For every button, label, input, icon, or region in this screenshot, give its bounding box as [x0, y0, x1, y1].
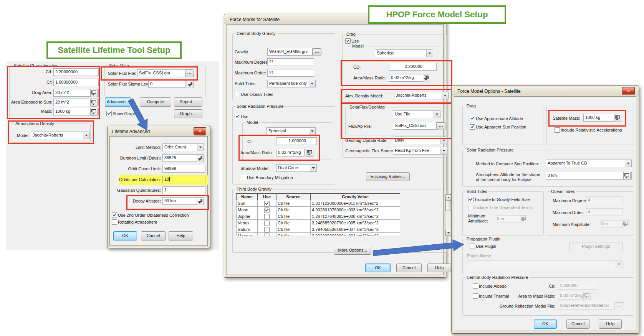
- scroll-thumb[interactable]: [445, 200, 451, 211]
- units-ruler-icon[interactable]: [90, 89, 98, 97]
- units-ruler-icon[interactable]: [187, 80, 194, 88]
- oblateness-checkbox[interactable]: [112, 212, 117, 218]
- ok-button[interactable]: OK: [534, 320, 557, 329]
- use-ocean-tides-checkbox[interactable]: [235, 92, 240, 97]
- use-checkbox[interactable]: [264, 214, 270, 219]
- solid-min-amp-field[interactable]: 0 m: [495, 215, 520, 223]
- limit-method-dropdown[interactable]: Orbit Count: [162, 143, 204, 151]
- units-ruler-icon[interactable]: [306, 149, 313, 157]
- compute-button[interactable]: Compute: [140, 97, 171, 107]
- ocean-max-degree-field[interactable]: 4: [586, 196, 623, 204]
- close-icon[interactable]: ✕: [194, 127, 206, 135]
- flux-source-dropdown[interactable]: Use File: [393, 110, 440, 118]
- cd-field[interactable]: 2.20000000: [53, 68, 99, 76]
- table-row[interactable]: Moon Cb file 4.902801076000e+003 km^3/se…: [237, 207, 400, 213]
- drag-am-field[interactable]: 0.02 m^2/kg: [389, 74, 424, 82]
- relativistic-checkbox[interactable]: [555, 127, 560, 133]
- units-ruler-icon[interactable]: [197, 197, 204, 205]
- help-button[interactable]: Help: [599, 320, 622, 329]
- sun-position-dropdown[interactable]: Apparent To True CB: [546, 160, 632, 167]
- rotating-atmosphere-checkbox[interactable]: [112, 219, 117, 225]
- graph-button[interactable]: Graph ...: [174, 109, 202, 118]
- gravity-field[interactable]: WGS84_EGM96.grv: [267, 48, 313, 56]
- solid-tides-dropdown[interactable]: Permanent tide only: [267, 80, 316, 87]
- units-ruler-icon[interactable]: [623, 172, 631, 180]
- cancel-button[interactable]: Cancel: [141, 231, 166, 240]
- use-checkbox[interactable]: [264, 227, 270, 232]
- duration-limit-field[interactable]: 36525: [162, 154, 197, 162]
- atmos-model-dropdown[interactable]: Jacchia-Roberts: [31, 132, 90, 139]
- gravity-browse-button[interactable]: ...: [313, 48, 321, 56]
- close-icon[interactable]: ✕: [622, 87, 635, 95]
- ok-button[interactable]: OK: [365, 264, 391, 272]
- ground-reflection-browse-button[interactable]: ...: [614, 302, 624, 310]
- truncate-gravity-checkbox[interactable]: [468, 197, 473, 202]
- plugin-name-dropdown[interactable]: [467, 260, 622, 268]
- ok-button[interactable]: OK: [113, 231, 137, 240]
- flux-ap-field[interactable]: SolFlx_CSSI.dat: [393, 122, 437, 130]
- cd-field[interactable]: 2.200000: [389, 63, 437, 71]
- srp-use-checkbox[interactable]: [235, 114, 240, 119]
- show-graphic-checkbox[interactable]: [106, 111, 112, 116]
- gaussian-quadratures-field[interactable]: 1: [162, 186, 205, 194]
- area-mass-ratio-field[interactable]: 0.02 m^2/kg: [558, 292, 584, 300]
- max-order-field[interactable]: 21: [267, 69, 314, 77]
- use-checkbox[interactable]: [264, 208, 270, 213]
- srp-model-dropdown[interactable]: Spherical: [267, 127, 316, 135]
- help-button[interactable]: Help: [169, 231, 193, 240]
- table-scrollbar[interactable]: [445, 194, 452, 236]
- satellite-mass-field[interactable]: 1000 kg: [583, 114, 614, 122]
- ground-reflection-field[interactable]: SimpleReflectionModel.txt: [558, 302, 613, 310]
- apparent-sun-checkbox[interactable]: [470, 124, 475, 130]
- units-ruler-icon[interactable]: [90, 99, 98, 107]
- geomag-src-dropdown[interactable]: Read Kp from File: [393, 147, 447, 155]
- use-plugin-checkbox[interactable]: [470, 244, 475, 249]
- orbit-count-limit-field[interactable]: 99999: [162, 165, 205, 173]
- geomag-rate-dropdown[interactable]: Daily: [393, 137, 447, 144]
- table-row[interactable]: Saturn Cb file 3.794058536168e+007 km^3/…: [237, 226, 400, 233]
- help-button[interactable]: Help: [427, 264, 451, 272]
- drag-model-dropdown[interactable]: Spherical: [375, 49, 433, 57]
- plugin-settings-button[interactable]: Plugin Settings: [570, 242, 622, 251]
- use-checkbox[interactable]: [264, 201, 270, 206]
- decay-altitude-field[interactable]: 90 km: [162, 197, 197, 205]
- ocean-min-amp-field[interactable]: 0 m: [599, 220, 622, 228]
- srp-cr-field[interactable]: 1.000000: [276, 137, 317, 145]
- use-checkbox[interactable]: [264, 221, 270, 226]
- shadow-model-dropdown[interactable]: Dual Cone: [276, 164, 317, 172]
- sigma-field[interactable]: 0: [148, 80, 185, 88]
- units-ruler-icon[interactable]: [614, 114, 621, 122]
- orbits-per-calc-field[interactable]: 10: [162, 176, 205, 183]
- cancel-button[interactable]: Cancel: [566, 320, 589, 329]
- ocean-max-order-field[interactable]: 4: [586, 208, 623, 216]
- advanced-button[interactable]: Advanced...: [105, 97, 131, 107]
- approx-altitude-checkbox[interactable]: [470, 116, 475, 121]
- table-row[interactable]: Venus Cb file 3.248585920790e+005 km^3/s…: [237, 220, 400, 226]
- units-ruler-icon[interactable]: [423, 74, 430, 82]
- boundary-mitigation-checkbox[interactable]: [241, 175, 246, 180]
- srp-am-field[interactable]: 0.02 m^2/kg: [276, 149, 305, 156]
- table-row[interactable]: Jupiter Cb file 1.267127648383e+008 km^3…: [237, 213, 400, 220]
- time-dependent-checkbox[interactable]: [468, 205, 473, 210]
- more-options-button[interactable]: More Options...: [334, 246, 371, 255]
- solar-flux-file-field[interactable]: SolFlx_CSSI.dat: [137, 69, 185, 77]
- include-albedo-checkbox[interactable]: [473, 283, 478, 289]
- cr-field[interactable]: 1.00000000: [53, 79, 99, 86]
- max-degree-field[interactable]: 21: [267, 58, 314, 66]
- units-ruler-icon[interactable]: [197, 154, 204, 162]
- include-thermal-checkbox[interactable]: [473, 293, 478, 299]
- solar-flux-browse-button[interactable]: ...: [185, 69, 194, 77]
- use-checkbox[interactable]: [264, 234, 270, 236]
- flux-ap-browse-button[interactable]: ...: [437, 122, 445, 130]
- atm-altitude-field[interactable]: 0 km: [546, 172, 632, 180]
- table-row[interactable]: Sun Cb file 1.327122000000e+011 km^3/sec…: [237, 200, 400, 207]
- ck-field[interactable]: 1.000000: [558, 282, 597, 290]
- atm-density-dropdown[interactable]: Jacchia-Roberts: [394, 92, 449, 99]
- units-ruler-icon[interactable]: [90, 108, 98, 116]
- cancel-button[interactable]: Cancel: [396, 264, 422, 272]
- table-row-clipped[interactable]: Mercury Cb file 2.203209000000e+004 km^3…: [237, 233, 400, 236]
- scroll-up-icon[interactable]: [445, 194, 451, 201]
- eclipsing-bodies-button[interactable]: Eclipsing Bodies...: [366, 172, 410, 181]
- drag-use-checkbox[interactable]: [345, 38, 351, 44]
- scroll-down-icon[interactable]: [445, 230, 451, 236]
